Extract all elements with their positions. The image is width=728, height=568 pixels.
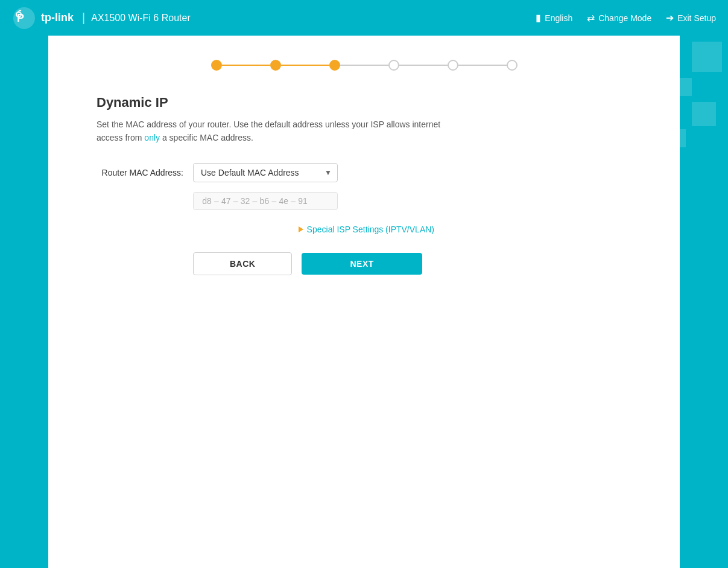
progress-steps — [48, 60, 680, 71]
mac-octet-6: 91 — [297, 196, 309, 206]
step-line-3-4 — [340, 65, 388, 66]
product-name: AX1500 Wi-Fi 6 Router — [91, 13, 191, 24]
step-6-wrapper — [507, 60, 518, 71]
language-icon: ▮ — [536, 12, 541, 24]
mac-sep-5: – — [290, 196, 297, 206]
step-line-2-3 — [281, 65, 329, 66]
step-1-wrapper — [211, 60, 222, 71]
step-line-5-6 — [458, 65, 507, 66]
mac-octet-4: b6 — [258, 196, 270, 206]
mac-address-label: Router MAC Address: — [97, 168, 193, 177]
header: P tp-link | AX1500 Wi-Fi 6 Router ▮ Engl… — [0, 0, 728, 36]
step-3-wrapper — [329, 60, 340, 71]
mac-address-display: d8 – 47 – 32 – b6 – 4e – 91 — [193, 192, 338, 210]
mac-sep-2: – — [232, 196, 239, 206]
mac-octet-5: 4e — [277, 196, 290, 206]
step-2-wrapper — [270, 60, 281, 71]
deco-shape-1 — [692, 42, 722, 72]
step-line-1-2 — [222, 65, 270, 66]
deco-shape-3 — [692, 102, 716, 126]
step-5-circle — [448, 60, 458, 71]
change-mode-label: Change Mode — [598, 13, 651, 23]
header-divider: | — [82, 11, 85, 25]
button-row: BACK NEXT — [193, 252, 631, 275]
mac-select-wrapper-outer: Use Default MAC Address Use Computer MAC… — [193, 163, 338, 182]
header-actions: ▮ English ⇄ Change Mode ➔ Exit Setup — [536, 12, 716, 24]
page-title: Dynamic IP — [97, 95, 631, 110]
mac-sep-3: – — [252, 196, 259, 206]
next-button[interactable]: NEXT — [302, 253, 422, 275]
triangle-icon — [299, 226, 303, 232]
tp-link-logo-icon: P — [12, 6, 36, 30]
logo: P tp-link | AX1500 Wi-Fi 6 Router — [12, 6, 191, 30]
mac-address-form-row: Router MAC Address: Use Default MAC Addr… — [97, 163, 631, 182]
mac-display-row: d8 – 47 – 32 – b6 – 4e – 91 — [97, 192, 631, 210]
exit-setup-label: Exit Setup — [677, 13, 716, 23]
step-line-4-5 — [399, 65, 448, 66]
step-2-circle — [270, 60, 281, 71]
exit-setup-button[interactable]: ➔ Exit Setup — [666, 12, 716, 24]
step-6-circle — [507, 60, 518, 71]
change-mode-icon: ⇄ — [587, 12, 595, 24]
step-4-circle — [388, 60, 399, 71]
mac-octet-2: 47 — [220, 196, 232, 206]
brand-name: tp-link — [41, 11, 74, 24]
step-4-wrapper — [388, 60, 399, 71]
special-settings-row: Special ISP Settings (IPTV/VLAN) — [193, 225, 434, 234]
language-selector[interactable]: ▮ English — [536, 12, 572, 24]
mac-octet-3: 32 — [239, 196, 252, 206]
mac-sep-4: – — [270, 196, 277, 206]
special-settings-label: Special ISP Settings (IPTV/VLAN) — [307, 225, 434, 234]
highlight-only: only — [144, 133, 160, 142]
mac-octet-1: d8 — [201, 196, 213, 206]
mac-address-select[interactable]: Use Default MAC Address Use Computer MAC… — [193, 163, 338, 182]
step-3-circle — [329, 60, 340, 71]
change-mode-button[interactable]: ⇄ Change Mode — [587, 12, 651, 24]
mac-select-wrapper: Use Default MAC Address Use Computer MAC… — [193, 163, 338, 182]
mac-sep-1: – — [213, 196, 220, 206]
main-container: Dynamic IP Set the MAC address of your r… — [48, 36, 680, 568]
back-button[interactable]: BACK — [193, 252, 292, 275]
step-1-circle — [211, 60, 222, 71]
page-description: Set the MAC address of your router. Use … — [97, 118, 458, 145]
language-label: English — [545, 13, 572, 23]
special-isp-settings-link[interactable]: Special ISP Settings (IPTV/VLAN) — [299, 225, 434, 234]
step-5-wrapper — [448, 60, 458, 71]
content-area: Dynamic IP Set the MAC address of your r… — [48, 95, 680, 275]
exit-icon: ➔ — [666, 12, 674, 24]
